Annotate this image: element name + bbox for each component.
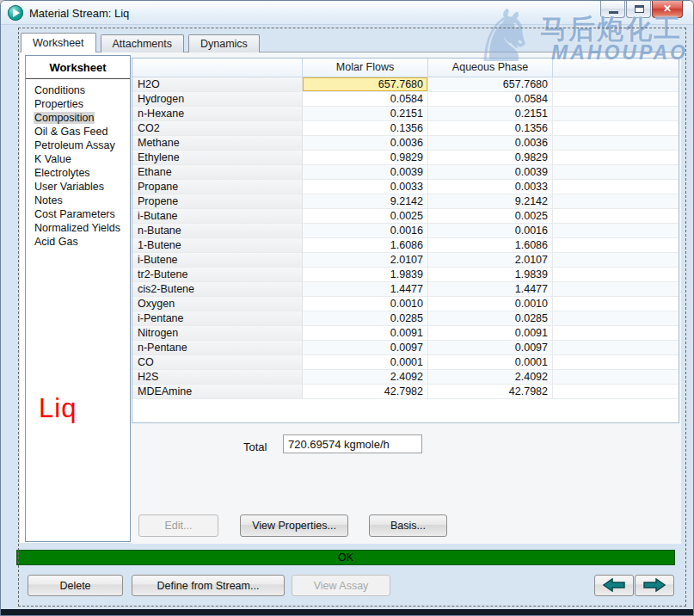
component-name-cell[interactable]: MDEAmine	[132, 385, 303, 399]
worksheet-sidebar: Worksheet ConditionsPropertiesCompositio…	[25, 55, 131, 542]
sidebar-item-electrolytes[interactable]: Electrolytes	[34, 166, 130, 180]
sidebar-item-normalized-yields[interactable]: Normalized Yields	[34, 221, 130, 235]
basis-button[interactable]: Basis...	[369, 514, 447, 537]
table-row: i-Butane0.00250.0025	[132, 209, 679, 224]
sidebar-item-cost-parameters[interactable]: Cost Parameters	[34, 207, 130, 221]
edit-button[interactable]: Edit...	[138, 514, 218, 537]
molar-flow-cell[interactable]: 1.9839	[303, 268, 428, 282]
table-row: CO20.13560.1356	[132, 121, 679, 136]
aqueous-phase-cell[interactable]: 0.0584	[428, 92, 553, 107]
aqueous-phase-cell[interactable]: 0.0033	[428, 180, 553, 194]
aqueous-phase-cell[interactable]: 0.1356	[428, 121, 553, 136]
table-row: n-Pentane0.00970.0097	[132, 341, 679, 355]
aqueous-phase-cell[interactable]: 1.6086	[428, 238, 553, 253]
sidebar-item-conditions[interactable]: Conditions	[34, 83, 130, 97]
sidebar-item-acid-gas[interactable]: Acid Gas	[34, 235, 130, 249]
molar-flow-cell[interactable]: 9.2142	[303, 194, 428, 209]
molar-flow-cell[interactable]: 0.0025	[303, 209, 428, 224]
define-from-stream-button[interactable]: Define from Stream...	[132, 575, 285, 596]
molar-flow-cell[interactable]: 1.6086	[303, 238, 428, 253]
component-name-cell[interactable]: CO	[132, 355, 303, 370]
component-name-cell[interactable]: CO2	[132, 121, 303, 136]
total-flow-input[interactable]	[283, 434, 422, 453]
molar-flow-cell[interactable]: 0.0097	[303, 341, 428, 355]
aqueous-phase-cell[interactable]: 42.7982	[428, 385, 553, 399]
molar-flow-cell[interactable]: 2.0107	[303, 253, 428, 268]
composition-panel: Molar Flows Aqueous Phase H2O657.7680657…	[132, 52, 681, 544]
aqueous-phase-cell[interactable]: 1.9839	[428, 268, 553, 282]
aqueous-phase-cell[interactable]: 0.0039	[428, 165, 553, 180]
molar-flow-cell[interactable]: 2.4092	[303, 370, 428, 385]
aqueous-phase-cell[interactable]: 0.0097	[428, 341, 553, 355]
molar-flow-cell[interactable]: 0.0091	[303, 326, 428, 341]
minimize-button[interactable]	[600, 1, 625, 18]
molar-flow-cell[interactable]: 0.0016	[303, 224, 428, 238]
component-name-cell[interactable]: i-Butene	[132, 253, 303, 268]
molar-flow-cell[interactable]: 0.0285	[303, 311, 428, 326]
component-name-cell[interactable]: Hydrogen	[132, 92, 303, 107]
aqueous-phase-cell[interactable]: 1.4477	[428, 282, 553, 297]
component-name-cell[interactable]: Oxygen	[132, 297, 303, 311]
sidebar-item-petroleum-assay[interactable]: Petroleum Assay	[34, 139, 130, 152]
component-name-cell[interactable]: Methane	[132, 136, 303, 151]
component-name-cell[interactable]: Ethylene	[132, 151, 303, 165]
aqueous-phase-cell[interactable]: 0.0285	[428, 311, 553, 326]
component-name-cell[interactable]: cis2-Butene	[132, 282, 303, 297]
component-name-cell[interactable]: Ethane	[132, 165, 303, 180]
molar-flow-cell[interactable]: 0.9829	[303, 151, 428, 165]
maximize-button[interactable]	[626, 1, 651, 18]
sidebar-item-user-variables[interactable]: User Variables	[34, 180, 130, 194]
component-name-cell[interactable]: n-Hexane	[132, 107, 303, 121]
aqueous-phase-cell[interactable]: 0.9829	[428, 151, 553, 165]
molar-flow-cell[interactable]: 42.7982	[303, 385, 428, 399]
sidebar-item-properties[interactable]: Properties	[34, 97, 130, 111]
aqueous-phase-cell[interactable]: 0.0036	[428, 136, 553, 151]
aqueous-phase-cell[interactable]: 0.0025	[428, 209, 553, 224]
molar-flow-cell[interactable]: 0.0010	[303, 297, 428, 311]
molar-flow-cell[interactable]: 0.0033	[303, 180, 428, 194]
next-stream-button[interactable]	[635, 575, 674, 596]
aqueous-phase-cell[interactable]: 2.0107	[428, 253, 553, 268]
sidebar-item-notes[interactable]: Notes	[34, 194, 130, 207]
sidebar-item-k-value[interactable]: K Value	[34, 152, 130, 166]
molar-flow-cell[interactable]: 0.0036	[303, 136, 428, 151]
component-name-cell[interactable]: Propene	[132, 194, 303, 209]
component-name-cell[interactable]: Propane	[132, 180, 303, 194]
component-name-cell[interactable]: n-Pentane	[132, 341, 303, 355]
component-name-cell[interactable]: i-Pentane	[132, 311, 303, 326]
tab-worksheet[interactable]: Worksheet	[21, 33, 96, 52]
view-properties-button[interactable]: View Properties...	[240, 514, 348, 537]
component-name-cell[interactable]: Nitrogen	[132, 326, 303, 341]
component-name-cell[interactable]: H2S	[132, 370, 303, 385]
aqueous-phase-cell[interactable]: 2.4092	[428, 370, 553, 385]
aqueous-phase-cell[interactable]: 657.7680	[428, 77, 553, 92]
aqueous-phase-cell[interactable]: 9.2142	[428, 194, 553, 209]
aqueous-phase-cell[interactable]: 0.2151	[428, 107, 553, 121]
aqueous-phase-cell[interactable]: 0.0016	[428, 224, 553, 238]
molar-flow-cell[interactable]: 0.2151	[303, 107, 428, 121]
sidebar-item-composition[interactable]: Composition	[34, 111, 130, 125]
component-name-cell[interactable]: i-Butane	[132, 209, 303, 224]
aqueous-phase-cell[interactable]: 0.0091	[428, 326, 553, 341]
tab-dynamics[interactable]: Dynamics	[188, 34, 260, 52]
aqueous-phase-cell[interactable]: 0.0001	[428, 355, 553, 370]
previous-stream-button[interactable]	[594, 575, 634, 596]
delete-button[interactable]: Delete	[28, 575, 123, 596]
molar-flow-cell[interactable]: 0.0584	[303, 92, 428, 107]
component-name-cell[interactable]: tr2-Butene	[132, 268, 303, 282]
component-name-cell[interactable]: 1-Butene	[132, 238, 303, 253]
molar-flow-cell[interactable]: 0.0039	[303, 165, 428, 180]
empty-cell	[553, 341, 679, 355]
component-name-cell[interactable]: H2O	[132, 77, 303, 92]
aqueous-phase-cell[interactable]: 0.0010	[428, 297, 553, 311]
molar-flow-cell[interactable]: 1.4477	[303, 282, 428, 297]
molar-flow-cell[interactable]: 0.0001	[303, 355, 428, 370]
component-name-cell[interactable]: n-Butane	[132, 224, 303, 238]
tab-attachments[interactable]: Attachments	[101, 34, 184, 52]
close-button[interactable]: ✕	[652, 1, 683, 18]
molar-flow-cell[interactable]: 657.7680	[303, 77, 428, 92]
view-assay-button[interactable]: View Assay	[292, 575, 390, 596]
arrow-left-icon	[603, 578, 625, 592]
molar-flow-cell[interactable]: 0.1356	[303, 121, 428, 136]
sidebar-item-oil-gas-feed[interactable]: Oil & Gas Feed	[34, 125, 130, 139]
